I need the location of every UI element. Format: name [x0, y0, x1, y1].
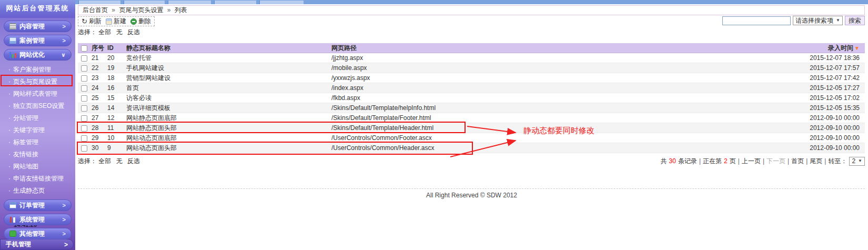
row-title[interactable]: 网站静态页面底部 — [126, 114, 331, 123]
sidebar-submenu-item[interactable]: ·标签管理 — [0, 136, 75, 148]
sidebar-submenu-item[interactable]: ·独立页面SEO设置 — [0, 100, 75, 112]
prev-page-link[interactable]: 上一页 — [742, 157, 761, 166]
first-page-link[interactable]: 首页 — [791, 157, 804, 166]
sidebar-group-system[interactable]: 系统管理 > — [4, 214, 72, 225]
sidebar-group-other[interactable]: 其他管理 > — [4, 228, 72, 239]
pagination-records-label: 条记录 — [678, 157, 697, 166]
header-id[interactable]: ID — [107, 44, 126, 52]
row-checkbox[interactable] — [81, 105, 87, 112]
next-page-link: 下一页 — [766, 157, 785, 166]
row-checkbox[interactable] — [81, 95, 87, 102]
row-path: /mobile.aspx — [331, 64, 781, 72]
sidebar-group-seo[interactable]: 网站优化 ∨ — [4, 49, 72, 61]
row-checkbox[interactable] — [81, 125, 87, 132]
sidebar-submenu-label: 生成静态页 — [13, 187, 45, 194]
row-title[interactable]: 网站动态页面头部 — [126, 144, 331, 153]
top-strip-segment — [214, 1, 256, 4]
sidebar-group-cases[interactable]: 案例管理 > — [4, 35, 72, 46]
row-checkbox[interactable] — [81, 55, 87, 62]
sidebar-submenu-item[interactable]: ·关键字管理 — [0, 124, 75, 136]
search-input[interactable] — [722, 16, 791, 25]
row-title[interactable]: 访客必读 — [126, 94, 331, 103]
pagination-separator: | — [699, 157, 701, 165]
pagination-total-count: 30 — [669, 157, 676, 165]
sidebar-submenu-item[interactable]: ·友情链接 — [0, 148, 75, 161]
row-id: 15 — [107, 94, 126, 102]
sidebar-submenu-item[interactable]: ·申请友情链接管理 — [0, 173, 75, 185]
search-button[interactable]: 搜索 — [845, 16, 865, 25]
sidebar-group-label: 手机管理 — [6, 240, 64, 249]
row-checkbox[interactable] — [81, 145, 87, 152]
search-cluster: 请选择搜索项 ▼ 搜索 — [722, 15, 865, 26]
breadcrumb: 后台首页 » 页尾与页头设置 » 列表 — [78, 5, 865, 15]
row-index: 21 — [92, 54, 107, 62]
goto-page-select[interactable]: 2 ▼ — [849, 157, 865, 166]
row-checkbox[interactable] — [81, 135, 87, 142]
select-invert-link[interactable]: 反选 — [127, 28, 140, 36]
row-time: 2015-12-07 17:57 — [781, 64, 865, 72]
refresh-button[interactable]: ↻ 刷新 — [82, 17, 102, 26]
header-path[interactable]: 网页路径 — [331, 44, 781, 53]
search-field-select-value: 请选择搜索项 — [795, 16, 833, 25]
row-checkbox[interactable] — [81, 75, 87, 82]
row-title[interactable]: 资讯详细页模板 — [126, 104, 331, 113]
row-title[interactable]: 首页 — [126, 84, 331, 93]
row-checkbox[interactable] — [81, 115, 87, 122]
row-path: /yxxwzjs.aspx — [331, 74, 781, 82]
sidebar-submenu-item[interactable]: ·页头与页尾设置 — [0, 76, 75, 88]
sidebar-submenu-label: 网站样式表管理 — [13, 90, 57, 97]
row-title[interactable]: 网站动态页面底部 — [126, 134, 331, 143]
row-checkbox[interactable] — [81, 65, 87, 72]
sidebar-submenu-item[interactable]: ·网站地图 — [0, 161, 75, 173]
annotation-note: 静动态都要同时修改 — [523, 126, 594, 136]
static-pages-table: 序号 ID 静态页标题名称 网页路径 录入时间▼ 21 20 竞价托管 /jjz… — [78, 43, 865, 153]
bullet-icon: · — [8, 187, 11, 194]
row-title[interactable]: 营销型网站建设 — [126, 74, 331, 83]
sidebar-submenu-item[interactable]: ·客户案例管理 — [0, 64, 75, 76]
select-none-link[interactable]: 无 — [116, 28, 123, 36]
footer-divider — [78, 188, 865, 189]
chevron-right-icon: > — [64, 241, 68, 248]
select-all-link[interactable]: 全部 — [98, 157, 111, 165]
sidebar-group-label: 其他管理 — [19, 229, 63, 238]
sidebar-group-orders[interactable]: 订单管理 > — [4, 199, 72, 211]
row-checkbox[interactable] — [81, 85, 87, 92]
header-title[interactable]: 静态页标题名称 — [126, 44, 331, 53]
search-field-select[interactable]: 请选择搜索项 ▼ — [793, 16, 843, 25]
puzzle-icon — [9, 231, 16, 237]
row-title[interactable]: 竞价托管 — [126, 54, 331, 63]
chevron-right-icon: > — [63, 231, 66, 237]
header-index[interactable]: 序号 — [92, 44, 107, 53]
sidebar-group-mobile[interactable]: 手机管理 > — [0, 239, 74, 250]
select-none-link[interactable]: 无 — [116, 157, 123, 165]
select-invert-link[interactable]: 反选 — [127, 157, 140, 165]
breadcrumb-current: 列表 — [175, 6, 187, 14]
delete-button[interactable]: 删除 — [130, 17, 151, 26]
sidebar-group-label: 订单管理 — [19, 201, 63, 210]
select-all-checkbox[interactable] — [81, 45, 87, 52]
bottom-bar: 选择： 全部 无 反选 共 30 条记录 | 正在第 2 页 | 上一页 | 下… — [78, 156, 865, 166]
row-id: 19 — [107, 64, 126, 72]
select-all-link[interactable]: 全部 — [98, 28, 111, 36]
sidebar-group-content[interactable]: 内容管理 > — [4, 21, 72, 32]
sidebar-submenu-label: 网站地图 — [13, 163, 38, 170]
bullet-icon: · — [8, 66, 11, 73]
last-page-link[interactable]: 尾页 — [810, 157, 822, 166]
breadcrumb-section[interactable]: 页尾与页头设置 — [119, 6, 163, 14]
breadcrumb-home[interactable]: 后台首页 — [83, 6, 108, 14]
sidebar-submenu-item[interactable]: ·网站样式表管理 — [0, 88, 75, 100]
select-label: 选择： — [78, 28, 97, 36]
row-index: 30 — [92, 144, 107, 152]
select-label: 选择： — [78, 157, 97, 165]
header-time[interactable]: 录入时间▼ — [781, 44, 865, 53]
row-path: /index.aspx — [331, 84, 781, 92]
sidebar-submenu-item[interactable]: ·生成静态页 — [0, 185, 75, 197]
row-title[interactable]: 手机网站建设 — [126, 64, 331, 73]
new-button[interactable]: 新建 — [106, 17, 126, 26]
breadcrumb-separator: » — [112, 6, 115, 14]
sidebar-group-label: 系统管理 — [19, 215, 63, 224]
table-row: 24 16 首页 /index.aspx 2015-12-05 17:27 — [78, 83, 865, 93]
sidebar-submenu-item[interactable]: ·分站管理 — [0, 112, 75, 124]
delete-label: 删除 — [138, 17, 151, 26]
row-title[interactable]: 网站静态页面头部 — [126, 124, 331, 133]
